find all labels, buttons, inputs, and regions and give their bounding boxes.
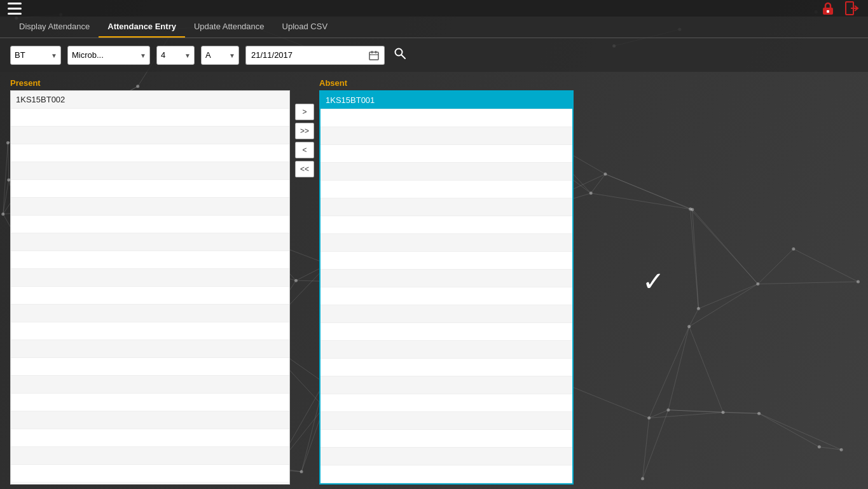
empty-row — [320, 234, 572, 252]
submit-button[interactable]: ✓ — [642, 268, 665, 295]
toolbar: BT CS EC ME Microb... Subject2 123 4 567… — [0, 38, 868, 72]
empty-row — [11, 269, 289, 287]
empty-row — [11, 465, 289, 483]
tab-update-attendance[interactable]: Update Attendance — [185, 17, 273, 38]
empty-row — [11, 429, 289, 447]
search-button[interactable] — [391, 45, 409, 65]
svg-rect-3 — [369, 52, 378, 60]
move-left-all-button[interactable]: << — [295, 161, 314, 177]
main-content: Present 1KS15BT002 — [0, 72, 868, 489]
search-icon — [394, 47, 406, 60]
dept-select-wrapper: BT CS EC ME — [10, 46, 61, 65]
empty-row — [11, 216, 289, 233]
present-panel: Present 1KS15BT002 — [10, 78, 290, 485]
move-right-one-button[interactable]: > — [295, 104, 314, 120]
subject-select[interactable]: Microb... Subject2 — [67, 46, 150, 65]
empty-row — [320, 198, 572, 216]
section-select-wrapper: ABCD — [201, 46, 239, 65]
empty-row — [11, 322, 289, 340]
dept-select[interactable]: BT CS EC ME — [10, 46, 61, 65]
empty-row — [320, 376, 572, 394]
hamburger-menu[interactable] — [8, 3, 22, 15]
empty-row — [11, 287, 289, 305]
submit-area: ✓ — [642, 268, 665, 295]
empty-row — [320, 163, 572, 181]
date-input-wrapper — [245, 46, 385, 65]
empty-row — [11, 198, 289, 216]
tab-display-attendance[interactable]: Display Attendance — [10, 17, 99, 38]
empty-row — [320, 412, 572, 430]
empty-row — [320, 430, 572, 448]
empty-row — [320, 465, 572, 483]
present-label: Present — [10, 78, 290, 88]
top-bar-right — [820, 0, 860, 17]
nav-tabs: Display Attendance Attendance Entry Upda… — [0, 17, 868, 38]
empty-row — [11, 376, 289, 394]
top-bar — [0, 0, 868, 17]
move-left-one-button[interactable]: < — [295, 142, 314, 158]
absent-list-box: 1KS15BT001 — [319, 90, 574, 485]
empty-row — [11, 233, 289, 251]
list-item[interactable]: 1KS15BT001 — [320, 92, 572, 109]
move-right-all-button[interactable]: >> — [295, 123, 314, 139]
empty-row — [11, 447, 289, 465]
svg-rect-1 — [827, 10, 829, 13]
empty-row — [11, 180, 289, 198]
empty-row — [320, 341, 572, 359]
sem-select-wrapper: 123 4 5678 — [156, 46, 195, 65]
date-input[interactable] — [245, 46, 363, 65]
empty-row — [320, 216, 572, 234]
empty-row — [11, 144, 289, 162]
empty-row — [11, 358, 289, 376]
calendar-button[interactable] — [363, 46, 385, 65]
empty-row — [11, 411, 289, 429]
present-list-box: 1KS15BT002 — [10, 90, 290, 485]
empty-row — [320, 394, 572, 412]
sem-select[interactable]: 123 4 5678 — [156, 46, 195, 65]
empty-row — [11, 162, 289, 180]
list-item[interactable]: 1KS15BT002 — [11, 91, 289, 109]
empty-row — [11, 394, 289, 411]
lock-icon[interactable] — [820, 0, 836, 17]
empty-row — [320, 287, 572, 305]
empty-row — [11, 251, 289, 269]
empty-row — [320, 109, 572, 127]
empty-row — [320, 145, 572, 163]
tab-upload-csv[interactable]: Upload CSV — [273, 17, 337, 38]
empty-row — [320, 448, 572, 465]
tab-attendance-entry[interactable]: Attendance Entry — [99, 17, 185, 38]
calendar-icon — [369, 50, 379, 60]
section-select[interactable]: ABCD — [201, 46, 239, 65]
logout-icon[interactable] — [844, 0, 860, 17]
empty-row — [320, 127, 572, 145]
empty-row — [320, 181, 572, 198]
transfer-buttons-column: > >> < << — [290, 78, 319, 485]
empty-row — [11, 109, 289, 127]
empty-row — [320, 252, 572, 270]
empty-row — [320, 305, 572, 323]
empty-row — [320, 359, 572, 376]
absent-panel: Absent 1KS15BT001 — [319, 78, 574, 485]
svg-line-8 — [402, 55, 406, 59]
empty-row — [320, 270, 572, 287]
empty-row — [320, 323, 572, 341]
empty-row — [11, 305, 289, 322]
empty-row — [11, 340, 289, 358]
absent-label: Absent — [319, 78, 574, 88]
empty-row — [11, 127, 289, 144]
subject-select-wrapper: Microb... Subject2 — [67, 46, 150, 65]
